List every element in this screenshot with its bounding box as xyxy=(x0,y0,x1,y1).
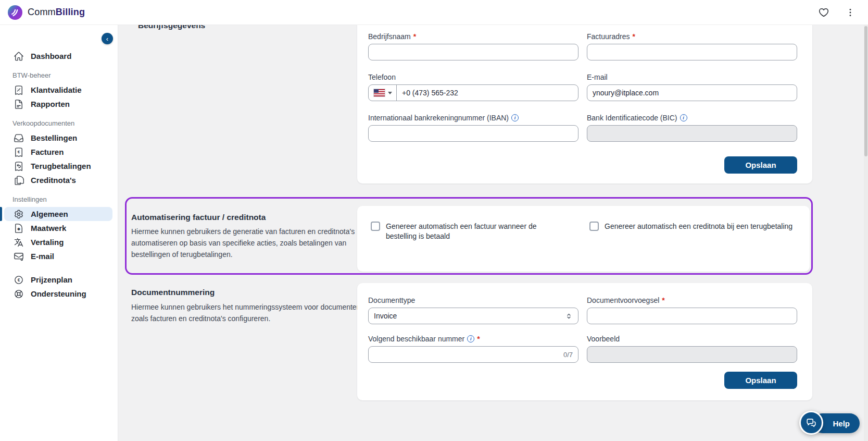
bedrijfsnaam-input[interactable] xyxy=(368,44,578,60)
nav-section-btw: BTW-beheer xyxy=(0,71,118,80)
company-save-button[interactable]: Opslaan xyxy=(724,156,797,174)
numbering-section-title: Documentnummering xyxy=(131,288,366,297)
favorite-heart-button[interactable] xyxy=(817,6,831,19)
documenttype-select[interactable]: Invoice xyxy=(368,308,578,324)
sidebar-item-facturen[interactable]: € Facturen xyxy=(0,145,118,159)
sidebar-item-label: Rapporten xyxy=(31,100,70,108)
numbering-section-description: Hiermee kunnen gebruikers het nummerings… xyxy=(131,301,366,324)
numbering-description-block: Documentnummering Hiermee kunnen gebruik… xyxy=(131,288,366,324)
svg-text:€: € xyxy=(18,150,20,154)
heart-icon xyxy=(818,7,829,18)
receipt-percent-icon xyxy=(14,85,24,95)
field-volgend-nummer: Volgend beschikbaar nummer * 0/7 xyxy=(368,335,578,363)
mail-gear-icon xyxy=(14,251,24,262)
bic-input xyxy=(587,125,797,142)
sidebar-item-creditnotas[interactable]: Creditnota's xyxy=(0,173,118,187)
automation-highlight-box: Automatisering factuur / creditnota Hier… xyxy=(125,197,813,275)
info-icon[interactable] xyxy=(467,335,474,342)
telefoon-label: Telefoon xyxy=(368,73,578,81)
sidebar-item-label: Klantvalidatie xyxy=(31,85,82,94)
required-marker: * xyxy=(632,32,635,41)
receipt-euro-icon: € xyxy=(14,147,24,157)
info-icon[interactable] xyxy=(511,114,519,121)
required-marker: * xyxy=(662,296,664,304)
email-input[interactable]: ynoury@itplace.com xyxy=(587,84,797,101)
euro-circle-icon: € xyxy=(14,275,24,285)
sidebar-item-label: Algemeen xyxy=(31,210,68,218)
sidebar-item-terugbetalingen[interactable]: Terugbetalingen xyxy=(0,159,118,173)
telefoon-input[interactable]: +0 (473) 565-232 xyxy=(368,84,578,101)
country-code-selector[interactable] xyxy=(369,85,397,101)
app-logo: CommBilling xyxy=(7,5,85,20)
sidebar-item-vertaling[interactable]: Vertaling xyxy=(0,235,118,249)
gear-icon xyxy=(14,209,24,219)
sidebar-item-label: Maatwerk xyxy=(31,224,66,232)
sidebar-item-email[interactable]: E-mail xyxy=(0,249,118,263)
company-section-title: Bedrijfsgegevens xyxy=(138,25,205,30)
field-bic: Bank Identificatiecode (BIC) xyxy=(587,114,797,142)
us-flag-icon xyxy=(373,89,385,97)
sidebar-item-klantvalidatie[interactable]: Klantvalidatie xyxy=(0,83,118,97)
home-icon xyxy=(14,51,24,62)
kebab-menu-icon xyxy=(845,7,856,18)
character-counter: 0/7 xyxy=(563,351,573,359)
field-voorvoegsel: Documentvoorvoegsel * xyxy=(587,296,797,324)
app-header: CommBilling xyxy=(0,0,868,25)
active-indicator-bar xyxy=(0,207,2,221)
sidebar-item-ondersteuning[interactable]: Ondersteuning xyxy=(0,287,118,301)
voorbeeld-label: Voorbeeld xyxy=(587,335,797,343)
factuuradres-label: Factuuradres * xyxy=(587,32,797,41)
numbering-save-button[interactable]: Opslaan xyxy=(724,372,797,389)
sidebar-item-rapporten[interactable]: Rapporten xyxy=(0,97,118,111)
sidebar-item-label: Creditnota's xyxy=(31,176,76,185)
sidebar-item-prijzenplan[interactable]: € Prijzenplan xyxy=(0,273,118,287)
sidebar: ‹ Dashboard BTW-beheer Klantvalidatie xyxy=(0,25,118,441)
automation-card: Genereer automatisch een factuur wanneer… xyxy=(357,206,810,272)
document-duplicate-icon xyxy=(14,175,24,186)
voorvoegsel-label: Documentvoorvoegsel * xyxy=(587,296,797,304)
sidebar-item-label: Dashboard xyxy=(31,52,71,60)
email-label: E-mail xyxy=(587,73,797,81)
voorvoegsel-input[interactable] xyxy=(587,308,797,324)
required-marker: * xyxy=(413,32,416,41)
volgend-nummer-label: Volgend beschikbaar nummer * xyxy=(368,335,578,343)
auto-creditnote-checkbox[interactable] xyxy=(589,222,599,231)
overflow-menu-button[interactable] xyxy=(844,6,857,19)
email-value: ynoury@itplace.com xyxy=(593,89,659,97)
auto-invoice-checkbox[interactable] xyxy=(371,222,380,231)
company-card: Bedrijfsnaam * Factuuradres * Telefoon xyxy=(357,25,812,183)
sidebar-item-label: E-mail xyxy=(31,252,54,261)
nav-spacer xyxy=(0,263,118,273)
help-button[interactable]: Help xyxy=(813,413,860,433)
sidebar-item-maatwerk[interactable]: ✱ Maatwerk xyxy=(0,221,118,235)
volgend-nummer-input[interactable]: 0/7 xyxy=(368,346,578,363)
sidebar-item-dashboard[interactable]: Dashboard xyxy=(0,49,118,63)
chevron-up-down-icon xyxy=(565,312,573,320)
sidebar-item-label: Bestellingen xyxy=(31,133,77,142)
scrollbar-thumb[interactable] xyxy=(864,26,867,156)
nav-section-instellingen: Instellingen xyxy=(0,195,118,204)
field-email: E-mail ynoury@itplace.com xyxy=(587,73,797,101)
logo-icon xyxy=(7,5,23,20)
sidebar-item-label: Terugbetalingen xyxy=(31,162,91,170)
field-telefoon: Telefoon xyxy=(368,73,578,101)
info-icon[interactable] xyxy=(680,114,687,121)
auto-invoice-option[interactable]: Genereer automatisch een factuur wanneer… xyxy=(371,222,580,241)
field-iban: Internationaal bankrekeningnummer (IBAN) xyxy=(368,114,578,142)
factuuradres-input[interactable] xyxy=(587,44,797,60)
bic-label: Bank Identificatiecode (BIC) xyxy=(587,114,797,122)
iban-input[interactable] xyxy=(368,125,578,142)
automation-section-description: Hiermee kunnen gebruikers de generatie v… xyxy=(131,226,363,260)
sidebar-item-algemeen[interactable]: Algemeen xyxy=(4,207,112,221)
language-icon xyxy=(14,237,24,248)
sidebar-nav: Dashboard BTW-beheer Klantvalidatie Rapp… xyxy=(0,25,118,301)
automation-section-title: Automatisering factuur / creditnota xyxy=(131,213,363,222)
auto-creditnote-option[interactable]: Genereer automatisch een creditnota bij … xyxy=(589,222,799,231)
sidebar-item-label: Ondersteuning xyxy=(31,289,86,298)
voorbeeld-input xyxy=(587,346,797,363)
inbox-icon xyxy=(14,133,24,143)
telefoon-value: +0 (473) 565-232 xyxy=(397,89,458,97)
scrollbar-track[interactable] xyxy=(864,25,868,441)
sidebar-item-bestellingen[interactable]: Bestellingen xyxy=(0,131,118,145)
required-marker: * xyxy=(477,335,480,343)
